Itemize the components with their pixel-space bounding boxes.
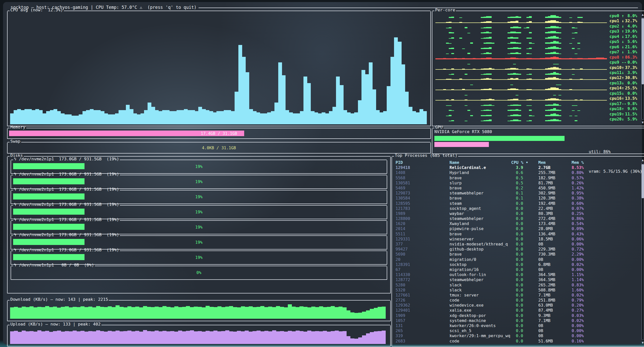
core-percent: 11.5% [622,112,637,116]
disks-panel: Disks ϟ /dev/nvme2n1p1 173.0GB / 931.5GB… [7,157,391,293]
process-row[interactable]: 128391 socktop 0.0 6.8MB 0.02% [392,262,639,267]
process-row[interactable]: 5280 slack 0.0 265.2MB 0.83% [392,283,639,288]
process-row[interactable]: 67 migration/16 0.0 0B 0.00% [392,267,639,272]
header-pid[interactable]: PID [396,160,423,165]
process-mem: 182.9MB [538,176,555,181]
process-cpu: 0.0 [493,216,528,221]
process-row[interactable]: 1057 systemd-machine 0.0 7.1MB 0.02% [392,318,639,323]
process-cpu: 0.0 [493,221,528,226]
cpu-avg-chart [10,16,427,124]
upload-chart [10,328,386,344]
process-row[interactable]: 319 kworker/29:1-mm_percpu_wq 0.0 0B 0.0… [392,333,639,338]
app-title-bar: socktop — host: cachyos-gaming | CPU Tem… [11,5,638,10]
process-row[interactable]: 2014 pipewire-pulse 0.0 28.0MB 0.09% [392,226,639,231]
scrollbar-thumb[interactable] [641,18,644,84]
process-row[interactable]: 1989 waybar 0.0 80.3MB 0.25% [392,211,639,216]
process-row[interactable]: 121783 socktop_agent 0.0 22.4MB 0.07% [392,206,639,211]
process-row[interactable]: 1620 Xwayland 0.0 173.4MB 0.54% [392,221,639,226]
scrollbar-thumb[interactable] [641,164,644,198]
process-row[interactable]: 131 kworker/26:0-events 0.0 0B 0.00% [392,323,639,328]
core-percent: 9.6% [622,106,637,111]
process-pid: 131 [396,323,423,328]
process-row[interactable]: 128595 steam 0.0 192.4MB 0.60% [392,201,639,206]
process-memp: 0.79% [572,298,584,303]
scroll-up-icon[interactable]: ▲ [641,158,644,162]
process-cpu: 0.0 [493,206,528,211]
gpu-name: NVIDIA GeForce RTX 5080 [434,129,492,134]
process-row[interactable]: 128800 steamwebhelper 0.0 272.4MB 0.86% [392,216,639,221]
process-row[interactable]: 5469 brave 0.2 450.9MB 1.42% [392,186,639,191]
process-row[interactable]: 5320 slack 0.0 508.8MB 1.60% [392,288,639,293]
per-core-row: cpu18↑ 9.6% [435,106,637,111]
process-cpu: 0.0 [493,339,528,344]
process-name: waybar [450,211,464,216]
disk-item: ϟ /dev/nvme2n1p1 173.0GB / 931.5GB (19%)… [11,160,387,174]
process-row[interactable]: 5690 brave 0.0 730.3MB 2.29% [392,252,639,257]
process-row[interactable]: 265 scsi_eh_5 0.0 0B 0.00% [392,328,639,333]
process-memp: 1.15% [572,272,584,277]
process-name: brave [450,186,462,191]
process-row[interactable]: 130581 slurp 0.5 81.7MB 0.26% [392,181,639,186]
process-row[interactable]: 1909 xdg-desktop-por 0.0 9.3MB 0.03% [392,313,639,318]
disk-item: ϟ /dev/nvme2n1p1 173.0GB / 931.5GB (19%)… [11,206,387,219]
core-spark-chart [435,45,607,49]
process-memp: 0.16% [572,339,584,344]
process-memp: 0.02% [572,318,584,323]
process-pid: 377 [396,242,423,247]
process-row[interactable]: 377 nvidia-modeset/kthread_q 0.0 0B 0.00… [392,242,639,247]
process-memp: 0.60% [572,201,584,206]
process-row[interactable]: 129331 wineserver 0.0 18.5MB 0.06% [392,237,639,242]
process-row[interactable]: 2683 code 0.0 51.6MB 0.16% [392,339,639,344]
scroll-up-icon[interactable]: ▲ [641,13,644,16]
process-row[interactable]: 129362 winedevice.exe 0.0 63.0MB 0.20% [392,303,639,308]
process-row[interactable]: 20 migration/0 0.0 0B 0.00% [392,257,639,262]
process-mem: 6.8MB [538,262,550,267]
process-memp: 0.02% [572,262,584,267]
process-memp: 0.06% [572,237,584,242]
process-row[interactable]: 129401 xalia.exe 0.0 87.4MB 0.27% [392,308,639,313]
scroll-down-icon[interactable]: ▼ [641,341,644,344]
per-core-row: cpu13↓ 0.0% [435,80,637,85]
core-spark-chart [435,14,607,18]
per-core-row: cpu15↓ 0.0% [435,91,637,96]
process-row[interactable]: 128772 steamwebhelper 0.0 364.5MB 1.14% [392,277,639,282]
process-pid: 129418 [396,165,423,170]
process-pid: 99427 [396,247,423,252]
per-core-row: cpu6 ↓ 21.6% [435,44,637,49]
header-name[interactable]: Name [450,160,459,165]
process-mem: 80.3MB [538,211,553,216]
per-core-row: cpu16↑ 13.5% [435,96,637,101]
process-row[interactable]: 99427 github-desktop 0.0 229.3MB 0.72% [392,247,639,252]
core-percent: 0.0% [622,91,637,96]
header-cpu[interactable]: CPU % • [493,160,528,165]
process-row[interactable]: 127661 tmux: server 0.0 7.1MB 0.02% [392,293,639,298]
terminal-window: socktop — host: cachyos-gaming | CPU Tem… [3,2,642,344]
core-percent: 9.8% [622,101,637,106]
gpu-util-gauge [434,136,586,141]
core-percent: 17.6% [622,34,637,39]
process-name: tmux: server [450,293,479,298]
process-pid: 5469 [396,186,423,191]
core-spark-chart [435,76,607,80]
process-row[interactable]: 2726 code 0.0 251.8MB 0.79% [392,298,639,303]
process-cpu: 0.0 [493,272,528,277]
process-name: steamwebhelper [450,191,484,196]
process-scrollbar[interactable]: ▲ ▼ [641,158,644,344]
header-memp[interactable]: Mem % [572,160,584,165]
per-core-scrollbar[interactable]: ▲ ▼ [641,13,644,124]
process-row[interactable]: 1408 Hyprland 0.6 255.7MB 0.80% [392,170,639,175]
process-row[interactable]: 130584 brave 0.1 120.3MB 0.38% [392,196,639,201]
process-row[interactable]: 5568 brave 0.5 182.9MB 0.57% [392,176,639,181]
process-row[interactable]: 129073 steamwebhelper 0.1 302.9MB 0.95% [392,191,639,196]
process-row[interactable]: 114330 outlook-for-lin 0.0 364.5MB 1.15% [392,272,639,277]
process-row[interactable]: 5511 brave 0.0 136.4MB 0.43% [392,232,639,237]
process-row[interactable]: 129418 RelicCardinal.e 3.9 2.7GB 8.53% [392,165,639,170]
core-spark-chart [435,55,607,59]
scroll-down-icon[interactable]: ▼ [641,120,644,124]
per-core-row: cpu14↑ 25.5% [435,85,637,90]
header-mem[interactable]: Mem [538,160,546,165]
process-mem: 7.1MB [538,293,550,298]
process-pid: 121783 [396,206,423,211]
process-memp: 0.80% [572,170,584,175]
process-memp: 0.26% [572,181,584,186]
